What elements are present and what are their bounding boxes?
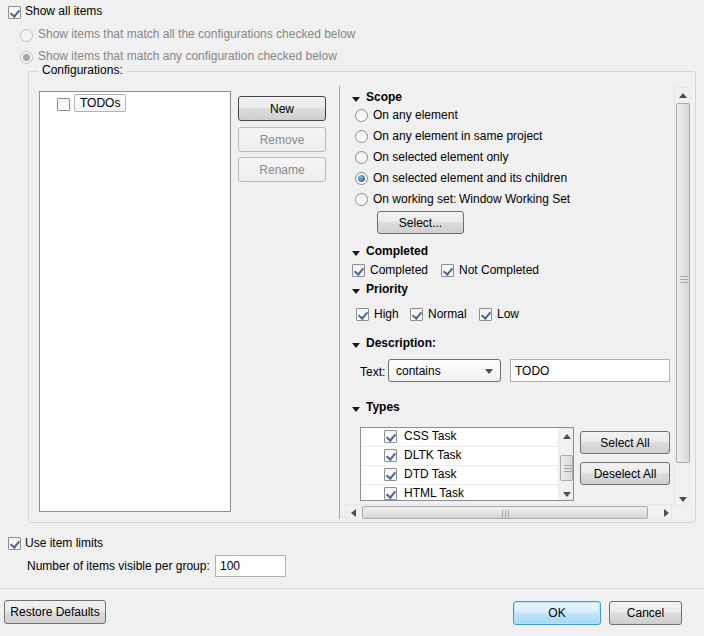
configurations-list[interactable] [39, 91, 231, 512]
description-operator-value: contains [396, 364, 441, 378]
types-scrollbar-thumb[interactable] [560, 455, 573, 481]
types-scrollbar[interactable] [558, 428, 573, 500]
panel-horizontal-scrollbar[interactable] [345, 504, 672, 519]
items-per-group-label: Number of items visible per group: [27, 559, 210, 573]
completed-collapse-icon[interactable] [352, 251, 360, 256]
scroll-down-icon[interactable] [676, 493, 690, 506]
not-completed-checkbox[interactable] [441, 264, 454, 277]
rename-button[interactable]: Rename [238, 157, 326, 182]
priority-collapse-icon[interactable] [352, 289, 360, 294]
scope-radio-any-element[interactable] [355, 109, 368, 122]
deselect-all-button[interactable]: Deselect All [580, 462, 670, 485]
type-row[interactable]: DTD Task [361, 466, 573, 485]
items-per-group-input[interactable] [215, 555, 286, 577]
footer-separator [0, 588, 704, 589]
restore-defaults-button[interactable]: Restore Defaults [4, 600, 106, 624]
scroll-up-icon[interactable] [676, 89, 690, 102]
description-text-input[interactable] [510, 359, 670, 382]
type-checkbox[interactable] [384, 487, 397, 500]
scope-radio-selected-only[interactable] [355, 151, 368, 164]
panel-divider [339, 86, 340, 519]
completed-checkbox[interactable] [352, 264, 365, 277]
priority-low-checkbox[interactable] [479, 308, 492, 321]
scope-collapse-icon[interactable] [352, 97, 360, 102]
description-operator-combobox[interactable]: contains [388, 359, 501, 382]
not-completed-label: Not Completed [459, 263, 539, 277]
scope-header: Scope [366, 90, 402, 104]
completed-label: Completed [370, 263, 428, 277]
new-button[interactable]: New [238, 96, 326, 121]
types-collapse-icon[interactable] [352, 407, 360, 412]
match-any-radio[interactable] [20, 51, 33, 64]
type-row[interactable]: DLTK Task [361, 447, 573, 466]
types-header: Types [366, 400, 400, 414]
match-all-label: Show items that match all the configurat… [38, 27, 356, 41]
description-collapse-icon[interactable] [352, 343, 360, 348]
type-checkbox[interactable] [384, 449, 397, 462]
show-all-items-label: Show all items [25, 4, 102, 18]
scope-option-label: On selected element and its children [373, 171, 567, 185]
horizontal-scrollbar-thumb[interactable] [362, 506, 648, 519]
configuration-item[interactable]: TODOs [74, 94, 126, 112]
completed-header: Completed [366, 244, 428, 258]
cancel-button[interactable]: Cancel [609, 601, 682, 625]
scroll-up-icon[interactable] [560, 430, 573, 442]
types-table[interactable]: CSS Task DLTK Task DTD Task HTML Task [360, 427, 574, 501]
priority-high-checkbox[interactable] [356, 308, 369, 321]
scroll-left-icon[interactable] [347, 506, 359, 519]
select-all-button[interactable]: Select All [580, 431, 670, 454]
use-item-limits-label: Use item limits [25, 536, 103, 550]
configuration-item-label: TODOs [80, 96, 120, 110]
scope-radio-selected-children[interactable] [355, 172, 368, 185]
remove-button[interactable]: Remove [238, 127, 326, 152]
match-any-label: Show items that match any configuration … [38, 49, 337, 63]
match-all-radio[interactable] [20, 29, 33, 42]
scroll-down-icon[interactable] [560, 488, 573, 500]
task-filter-dialog: { "dialog": { "show_all_items": "Show al… [0, 0, 704, 636]
panel-vertical-scrollbar[interactable] [674, 87, 690, 506]
type-row[interactable]: HTML Task [361, 485, 573, 501]
show-all-items-checkbox[interactable] [8, 6, 21, 19]
description-text-label: Text: [360, 365, 385, 379]
scope-radio-working-set[interactable] [355, 193, 368, 206]
ok-button[interactable]: OK [513, 601, 601, 625]
scope-option-label: On any element [373, 108, 458, 122]
priority-low-label: Low [497, 307, 519, 321]
vertical-scrollbar-thumb[interactable] [676, 103, 690, 463]
priority-normal-checkbox[interactable] [410, 308, 423, 321]
scope-option-label: On selected element only [373, 150, 508, 164]
scope-working-set-label: On working set: [373, 192, 456, 206]
scope-working-set-value: Window Working Set [459, 192, 570, 206]
scope-radio-same-project[interactable] [355, 130, 368, 143]
configurations-group-label: Configurations: [38, 63, 127, 77]
priority-normal-label: Normal [428, 307, 467, 321]
type-row[interactable]: CSS Task [361, 428, 573, 447]
scope-option-label: On any element in same project [373, 129, 542, 143]
priority-header: Priority [366, 282, 408, 296]
select-working-set-button[interactable]: Select... [377, 211, 464, 234]
type-checkbox[interactable] [384, 430, 397, 443]
use-item-limits-checkbox[interactable] [8, 537, 21, 550]
description-header: Description: [366, 336, 436, 350]
type-checkbox[interactable] [384, 468, 397, 481]
chevron-down-icon [485, 369, 493, 374]
scroll-right-icon[interactable] [660, 506, 672, 519]
priority-high-label: High [374, 307, 399, 321]
configuration-item-checkbox[interactable] [57, 98, 70, 111]
